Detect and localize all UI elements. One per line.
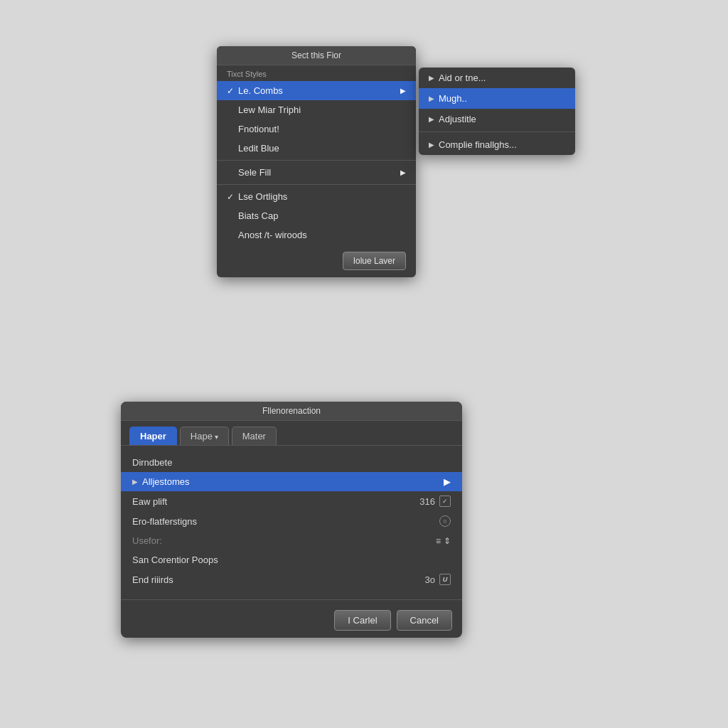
row-value-eaw-plift: 316 ✓ <box>419 496 451 507</box>
menu-item-label: Fnotionut! <box>238 124 406 134</box>
dialog: Fllenorenaction Haper Hape Mater Dirndbe… <box>121 402 462 638</box>
menu-item-label: Lse Ortlighs <box>238 191 406 202</box>
menu-item-anost[interactable]: ✓ Anost /t- wiroods <box>217 225 416 245</box>
submenu-arrow-icon: ▶ <box>400 87 406 95</box>
tab-mater[interactable]: Mater <box>232 427 277 445</box>
menu-item-ledit-blue[interactable]: ✓ Ledit Blue <box>217 139 416 158</box>
sub-menu-item-complie[interactable]: ▶ Complie finallghs... <box>419 134 575 155</box>
dialog-row-usefor: Usefor: ≡ ⇕ <box>121 531 462 550</box>
dialog-body: Dirndbete ▶ Alljestomes ▶ Eaw plift 316 … <box>121 446 462 596</box>
check-icon: ✓ <box>227 192 234 202</box>
menu-title: Sect this Fior <box>217 46 416 65</box>
menu-item-label: Biats Cap <box>238 210 406 221</box>
u-icon[interactable]: U <box>439 574 451 585</box>
bottom-dialog-area: Fllenorenaction Haper Hape Mater Dirndbe… <box>121 402 462 638</box>
row-expand-arrow: ▶ <box>132 478 138 486</box>
submenu-arrow-icon: ▶ <box>400 168 406 176</box>
menu-item-biats-cap[interactable]: ✓ Biats Cap <box>217 206 416 225</box>
menu-item-le-combs[interactable]: ✓ Le. Combs ▶ <box>217 81 416 100</box>
menu-item-label: Ledit Blue <box>238 143 406 154</box>
dialog-buttons: I Carlel Cancel <box>121 603 462 638</box>
menu-item-lew-miar[interactable]: ✓ Lew Miar Triphi <box>217 100 416 119</box>
iolue-laver-button[interactable]: Iolue Laver <box>343 252 406 270</box>
dialog-tabs: Haper Hape Mater <box>121 421 462 446</box>
row-label-dirndbete: Dirndbete <box>132 457 451 468</box>
dialog-title: Fllenorenaction <box>121 402 462 421</box>
sub-menu-item-aid[interactable]: ▶ Aid or tne... <box>419 68 575 88</box>
align-icon-1[interactable]: ≡ <box>436 536 441 546</box>
tab-hape[interactable]: Hape <box>180 427 229 445</box>
menu-section-label: Tixct Styles <box>217 65 416 81</box>
sub-menu-item-label: Aid or tne... <box>439 73 565 83</box>
menu-item-label: Lew Miar Triphi <box>238 105 406 115</box>
check-icon: ✓ <box>227 86 234 96</box>
dialog-row-eaw-plift: Eaw plift 316 ✓ <box>121 491 462 511</box>
menu-item-fnotionut[interactable]: ✓ Fnotionut! <box>217 119 416 139</box>
sub-menu-item-mugh[interactable]: ▶ Mugh.. <box>419 88 575 109</box>
tab-haper[interactable]: Haper <box>129 427 177 445</box>
menu-item-label: Sele Fill <box>238 167 400 178</box>
checkbox-icon[interactable]: ✓ <box>439 496 451 507</box>
top-dropdown-menu: Sect this Fior Tixct Styles ✓ Le. Combs … <box>217 46 416 277</box>
sub-menu: ▶ Aid or tne... ▶ Mugh.. ▶ Adjustitle ▶ … <box>419 68 575 155</box>
sub-menu-item-adjustitle[interactable]: ▶ Adjustitle <box>419 109 575 129</box>
align-icon-2[interactable]: ⇕ <box>444 536 451 546</box>
dialog-row-dirndbete: Dirndbete <box>121 453 462 472</box>
row-label-eaw-plift: Eaw plift <box>132 496 419 507</box>
row-value-end-riiirds: 3o U <box>425 574 451 585</box>
row-label-alljestomes: Alljestomes <box>142 476 444 487</box>
sub-menu-item-label: Complie finallghs... <box>439 139 565 150</box>
sub-arrow-icon: ▶ <box>429 95 434 102</box>
cancel-button[interactable]: Cancel <box>397 610 452 631</box>
text-align-icons: ≡ ⇕ <box>436 536 451 546</box>
i-carlel-button[interactable]: I Carlel <box>334 610 390 631</box>
sub-menu-item-label: Adjustitle <box>439 114 565 124</box>
row-label-end-riiirds: End riiirds <box>132 574 425 585</box>
top-menu-container: Sect this Fior Tixct Styles ✓ Le. Combs … <box>217 46 575 277</box>
row-number-value: 316 <box>419 496 435 507</box>
dialog-row-alljestomes[interactable]: ▶ Alljestomes ▶ <box>121 472 462 491</box>
dialog-row-san: San Corentior Poops <box>121 550 462 569</box>
sub-menu-divider <box>419 132 575 132</box>
row-value-ero: ○ <box>439 515 451 527</box>
sub-arrow-icon: ▶ <box>429 74 434 82</box>
dialog-row-end-riiirds: End riiirds 3o U <box>121 569 462 589</box>
sub-arrow-icon: ▶ <box>429 141 434 149</box>
circle-icon[interactable]: ○ <box>439 515 451 527</box>
sub-arrow-icon: ▶ <box>429 115 434 123</box>
row-label-usefor: Usefor: <box>132 535 436 546</box>
menu-divider <box>217 184 416 185</box>
row-label-ero: Ero-flatferstigns <box>132 516 439 527</box>
menu-item-sele-fill[interactable]: ✓ Sele Fill ▶ <box>217 163 416 182</box>
menu-item-lse-ortlighs[interactable]: ✓ Lse Ortlighs <box>217 187 416 206</box>
row-label-san: San Corentior Poops <box>132 555 451 565</box>
menu-item-label: Anost /t- wiroods <box>238 230 406 240</box>
menu-divider <box>217 160 416 161</box>
sub-menu-item-label: Mugh.. <box>439 93 565 104</box>
row-arrow-icon: ▶ <box>444 476 451 487</box>
menu-button-row: Iolue Laver <box>217 245 416 277</box>
dialog-row-ero: Ero-flatferstigns ○ <box>121 511 462 531</box>
dialog-bottom-divider <box>121 599 462 600</box>
row-number: 3o <box>425 574 435 585</box>
menu-item-label: Le. Combs <box>238 85 400 96</box>
